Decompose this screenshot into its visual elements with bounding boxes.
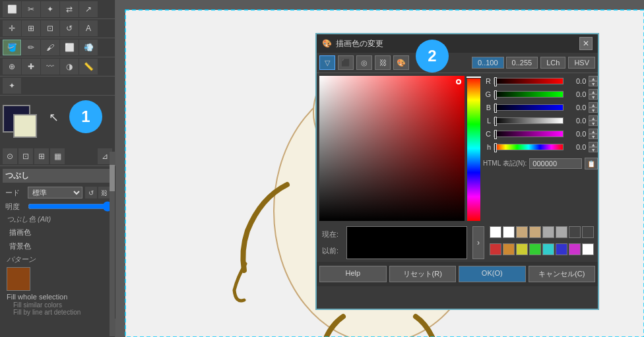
tool-heal[interactable]: ✚ — [22, 59, 40, 75]
swap-color-button[interactable]: › — [472, 226, 484, 259]
reset-btn[interactable]: ↺ — [85, 187, 97, 199]
swatch-orange[interactable] — [503, 243, 515, 255]
swatch-yellow[interactable] — [516, 243, 528, 255]
tool-arrow[interactable]: ↗ — [79, 1, 98, 17]
mode-row: ード 標準 乗算 スクリーン ↺ ⛓ — [3, 185, 113, 200]
tab-chain[interactable]: ⛓ — [375, 55, 391, 70]
channel-g-down[interactable]: ▼ — [589, 94, 598, 100]
dialog-close-button[interactable]: ✕ — [579, 37, 593, 50]
tool-crop[interactable]: ⊡ — [41, 20, 59, 36]
swatch-green[interactable] — [529, 243, 541, 255]
tool-rect-select[interactable]: ⬜ — [3, 1, 21, 17]
tool-pencil[interactable]: ✏ — [22, 40, 40, 55]
chain-btn[interactable]: ⛓ — [98, 187, 110, 199]
swatch-red[interactable] — [490, 243, 501, 255]
v-scroll-thumb[interactable] — [110, 165, 115, 191]
mode-select[interactable]: 標準 乗算 スクリーン — [28, 187, 82, 199]
swatch-white1[interactable] — [490, 226, 501, 238]
tool-paths[interactable]: ✦ — [3, 78, 21, 94]
channel-l-down[interactable]: ▼ — [589, 121, 598, 126]
bg-color-swatch[interactable] — [13, 114, 37, 138]
tool-align[interactable]: ⊞ — [22, 20, 40, 36]
swatch-cyan[interactable] — [542, 243, 554, 255]
tool-scissors[interactable]: ✂ — [22, 1, 40, 17]
channel-g-up[interactable]: ▲ — [589, 89, 598, 94]
ok-button[interactable]: OK(O) — [459, 266, 526, 282]
tool-row-3: 🪣 ✏ 🖌 ⬜ 💨 — [0, 38, 115, 57]
swatch-gray2[interactable] — [556, 226, 567, 238]
swatch-dark2[interactable] — [582, 226, 594, 238]
tool-text[interactable]: A — [79, 20, 98, 36]
tool-clone[interactable]: ⊕ — [3, 59, 21, 75]
pattern-label: パターン — [3, 253, 113, 266]
tool-transform[interactable]: ⇄ — [60, 1, 79, 17]
view-3d[interactable]: ▦ — [50, 148, 65, 164]
channel-b-track[interactable] — [494, 104, 564, 111]
channel-h-track[interactable] — [494, 144, 564, 150]
view-canvas[interactable]: ⊡ — [18, 148, 33, 164]
channel-g-track[interactable] — [494, 91, 564, 98]
help-button[interactable]: Help — [319, 266, 387, 282]
html-color-label: HTML 表記(N): — [483, 159, 527, 168]
color-swatches — [490, 226, 595, 259]
opacity-slider[interactable] — [28, 201, 113, 212]
gradient-dark-overlay — [319, 76, 465, 221]
reset-button[interactable]: リセット(R) — [389, 266, 457, 282]
channel-h-down[interactable]: ▼ — [589, 147, 598, 152]
range-0-100[interactable]: 0..100 — [472, 57, 504, 69]
channel-r-track[interactable] — [494, 78, 564, 84]
swatch-tan1[interactable] — [516, 226, 528, 238]
badge-2: 2 — [416, 40, 449, 73]
tool-row-2: ✛ ⊞ ⊡ ↺ A — [0, 19, 115, 38]
channel-l-up[interactable]: ▲ — [589, 115, 598, 121]
swatch-tan2[interactable] — [529, 226, 541, 238]
tab-square[interactable]: ⬛ — [338, 55, 354, 70]
channel-b-up[interactable]: ▲ — [589, 102, 598, 107]
swatch-white3[interactable] — [582, 243, 594, 255]
tool-measure[interactable]: 📏 — [79, 59, 98, 75]
tab-ring[interactable]: ◎ — [356, 55, 372, 70]
tool-paintbrush[interactable]: 🖌 — [41, 40, 59, 55]
channel-r-row: R 0.0 ▲ ▼ — [483, 76, 598, 86]
channel-l-row: L 0.0 ▲ ▼ — [483, 115, 598, 126]
range-0-255[interactable]: 0..255 — [506, 57, 538, 69]
swatch-gray1[interactable] — [542, 226, 554, 238]
tool-eraser[interactable]: ⬜ — [60, 40, 79, 55]
tool-rotate[interactable]: ↺ — [60, 20, 79, 36]
pattern-swatch[interactable] — [7, 267, 30, 291]
v-scrollbar[interactable] — [110, 152, 115, 336]
tab-triangle[interactable]: ▽ — [319, 55, 335, 70]
tool-smudge[interactable]: 〰 — [41, 59, 59, 75]
view-grid[interactable]: ⊞ — [34, 148, 49, 164]
mode-hsv[interactable]: HSV — [568, 57, 595, 69]
tool-dodge[interactable]: ◑ — [60, 59, 79, 75]
channel-c-row: C 0.0 ▲ ▼ — [483, 129, 598, 139]
swatch-blue[interactable] — [556, 243, 567, 255]
channel-h-up[interactable]: ▲ — [589, 142, 598, 147]
channel-c-down[interactable]: ▼ — [589, 134, 598, 139]
swatch-dark1[interactable] — [569, 226, 581, 238]
channel-c-up[interactable]: ▲ — [589, 129, 598, 134]
channel-b-down[interactable]: ▼ — [589, 107, 598, 113]
html-copy-button[interactable]: 📋 — [585, 158, 598, 169]
tool-fill[interactable]: 🪣 — [3, 40, 21, 55]
swatch-purple[interactable] — [569, 243, 581, 255]
channel-c-thumb — [494, 130, 497, 139]
channel-c-track[interactable] — [494, 131, 564, 137]
tool-free-select[interactable]: ✦ — [41, 1, 59, 17]
tab-palette[interactable]: 🎨 — [393, 55, 409, 70]
channel-b-thumb — [494, 104, 497, 113]
tool-move[interactable]: ✛ — [3, 20, 21, 36]
tool-airbrush[interactable]: 💨 — [79, 40, 98, 55]
channel-r-up[interactable]: ▲ — [589, 76, 598, 81]
mode-lch[interactable]: LCh — [540, 57, 565, 69]
view-screen[interactable]: ⊙ — [3, 148, 17, 164]
channel-l-value: 0.0 — [566, 117, 586, 125]
cancel-button[interactable]: キャンセル(C) — [529, 266, 596, 282]
swatch-white2[interactable] — [503, 226, 515, 238]
html-color-input[interactable] — [529, 158, 582, 169]
channel-l-track[interactable] — [494, 117, 564, 124]
hue-slider[interactable] — [467, 76, 480, 221]
channel-r-down[interactable]: ▼ — [589, 81, 598, 86]
gradient-square[interactable] — [319, 76, 465, 221]
